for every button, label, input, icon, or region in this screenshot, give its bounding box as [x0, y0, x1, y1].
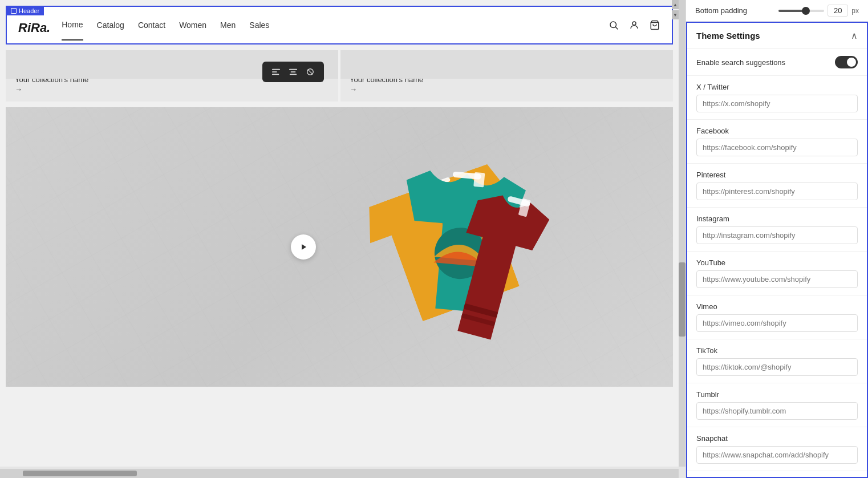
svg-rect-4 [272, 69, 280, 70]
nav-contact[interactable]: Contact [138, 10, 165, 40]
collection-card-top-2 [340, 50, 673, 79]
scrollbar-thumb[interactable] [679, 262, 686, 337]
toolbar-disable[interactable] [302, 65, 318, 79]
nav-men[interactable]: Men [220, 10, 236, 40]
collapse-button[interactable]: ∧ [851, 31, 858, 40]
svg-rect-9 [290, 74, 297, 75]
twitter-row: X / Twitter [687, 76, 867, 120]
nav-catalog[interactable]: Catalog [97, 10, 124, 40]
pinterest-row: Pinterest [687, 164, 867, 208]
tumblr-input[interactable] [696, 402, 858, 420]
theme-settings-title: Theme Settings [696, 31, 760, 40]
nav-women[interactable]: Women [179, 10, 206, 40]
search-icon[interactable] [608, 19, 619, 31]
account-icon[interactable] [628, 19, 640, 31]
top-bar: Bottom padding 20 px [686, 0, 868, 22]
vimeo-label: Vimeo [696, 302, 858, 311]
preview-nav: Home Catalog Contact Women Men Sales [62, 10, 608, 40]
facebook-input[interactable] [696, 139, 858, 156]
nav-sales[interactable]: Sales [249, 10, 269, 40]
vimeo-input[interactable] [696, 314, 858, 332]
svg-point-0 [610, 22, 616, 28]
nav-home[interactable]: Home [62, 10, 83, 40]
pinterest-input[interactable] [696, 183, 858, 200]
collections-row: Your collection's name → Your collection… [6, 50, 673, 102]
youtube-input[interactable] [696, 270, 858, 288]
cart-icon[interactable] [649, 19, 660, 31]
padding-value[interactable]: 20 [828, 5, 848, 17]
svg-marker-15 [302, 244, 306, 250]
play-button[interactable] [291, 234, 316, 260]
svg-rect-6 [272, 74, 279, 75]
slider-thumb[interactable] [802, 7, 810, 15]
right-panel: Bottom padding 20 px Theme Settings ∧ En… [686, 0, 868, 478]
youtube-label: YouTube [696, 258, 858, 267]
preview-area: Header RiRa. Home Catalog Contact Women … [0, 0, 686, 478]
svg-rect-8 [291, 71, 296, 72]
scroll-up-arrow[interactable]: ▲ [672, 0, 679, 9]
toolbar-align-center[interactable] [285, 65, 301, 79]
twitter-input[interactable] [696, 95, 858, 112]
vimeo-row: Vimeo [687, 295, 867, 339]
youtube-row: YouTube [687, 252, 867, 295]
svg-point-2 [632, 22, 636, 25]
padding-slider[interactable] [778, 10, 824, 12]
search-suggestions-label: Enable search suggestions [696, 56, 858, 68]
instagram-row: Instagram [687, 208, 867, 252]
collection-arrow-1: → [15, 85, 88, 94]
vertical-scrollbar[interactable] [679, 0, 686, 467]
tumblr-label: Tumblr [696, 390, 858, 399]
svg-rect-23 [473, 172, 485, 187]
logo-row: Logo RiRa. Roja.png [687, 471, 867, 477]
search-suggestions-toggle[interactable] [835, 56, 858, 68]
instagram-label: Instagram [696, 214, 858, 223]
pinterest-label: Pinterest [696, 171, 858, 179]
toggle-thumb [847, 58, 856, 67]
snapchat-row: Snapchat [687, 427, 867, 471]
theme-settings-panel: Theme Settings ∧ Enable search suggestio… [686, 22, 868, 478]
horizontal-scrollbar[interactable] [0, 469, 679, 478]
tiktok-input[interactable] [696, 358, 858, 376]
header-badge: Header [6, 6, 44, 15]
instagram-input[interactable] [696, 226, 858, 244]
tiktok-label: TikTok [696, 346, 858, 355]
tshirts-illustration [365, 130, 605, 381]
svg-rect-5 [272, 71, 277, 72]
header-icons [608, 9, 660, 41]
facebook-row: Facebook [687, 120, 867, 164]
collection-arrow-2: → [350, 85, 423, 94]
snapchat-input[interactable] [696, 446, 858, 464]
preview-content: Header RiRa. Home Catalog Contact Women … [0, 0, 679, 467]
snapchat-label: Snapchat [696, 434, 858, 443]
svg-rect-7 [289, 69, 297, 70]
floating-toolbar [262, 62, 324, 82]
svg-line-11 [308, 70, 313, 75]
svg-line-1 [615, 27, 618, 29]
facebook-label: Facebook [696, 127, 858, 135]
tiktok-row: TikTok [687, 339, 867, 383]
tumblr-row: Tumblr [687, 383, 867, 427]
nav-arrows: ▲ ▼ [672, 0, 679, 19]
scroll-down-arrow[interactable]: ▼ [672, 10, 679, 19]
theme-settings-header: Theme Settings ∧ [687, 23, 867, 49]
preview-header: Header RiRa. Home Catalog Contact Women … [6, 6, 673, 44]
slider-container: 20 px [778, 5, 859, 17]
toolbar-align-left[interactable] [268, 65, 284, 79]
promo-section [6, 107, 673, 387]
hscrollbar-thumb[interactable] [23, 471, 137, 476]
twitter-label: X / Twitter [696, 83, 858, 91]
bottom-padding-label: Bottom padding [695, 6, 774, 15]
settings-body: Enable search suggestions X / Twitter Fa… [687, 49, 867, 477]
collection-card-2: Your collection's name → [340, 50, 673, 102]
search-suggestions-row: Enable search suggestions [687, 49, 867, 76]
padding-unit: px [851, 7, 859, 15]
